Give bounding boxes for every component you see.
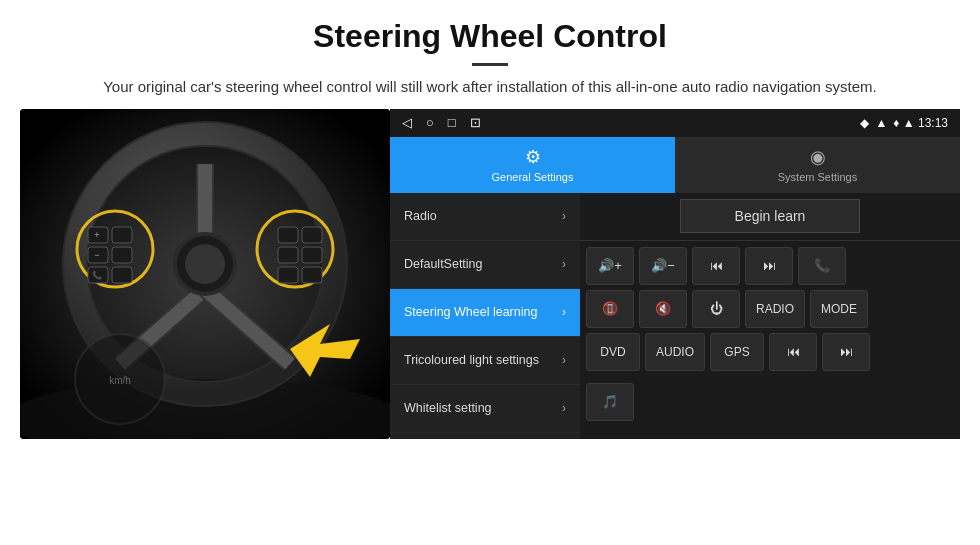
phone-end-button[interactable]: 📵: [586, 290, 634, 328]
screenshot-icon[interactable]: ⊡: [470, 115, 481, 130]
gear-icon: ⚙: [525, 146, 541, 168]
chevron-icon: ›: [562, 209, 566, 223]
mode-button[interactable]: MODE: [810, 290, 868, 328]
page-header: Steering Wheel Control Your original car…: [0, 0, 980, 109]
next-button-2[interactable]: ⏭: [822, 333, 870, 371]
svg-rect-29: [302, 267, 322, 283]
begin-learn-button[interactable]: Begin learn: [680, 199, 860, 233]
svg-rect-17: [112, 227, 132, 243]
svg-text:km/h: km/h: [109, 375, 131, 386]
svg-rect-19: [112, 267, 132, 283]
control-row-2: 📵 🔇 ⏻ RADIO MODE: [586, 290, 954, 328]
status-bar-right: ◆ ▲ ♦ ▲ 13:13: [860, 116, 948, 130]
power-button[interactable]: ⏻: [692, 290, 740, 328]
menu-item-tricoloured[interactable]: Tricoloured light settings ›: [390, 337, 580, 385]
prev-track-button[interactable]: ⏮: [692, 247, 740, 285]
main-content: Radio › DefaultSetting › Steering Wheel …: [390, 193, 960, 439]
radio-button[interactable]: RADIO: [745, 290, 805, 328]
prev-button-2[interactable]: ⏮: [769, 333, 817, 371]
svg-point-12: [185, 244, 225, 284]
svg-rect-26: [278, 267, 298, 283]
steering-wheel-image: + − 📞 km/h: [20, 109, 390, 439]
menu-item-steering[interactable]: Steering Wheel learning ›: [390, 289, 580, 337]
vol-down-button[interactable]: 🔊−: [639, 247, 687, 285]
tab-system[interactable]: ◉ System Settings: [675, 137, 960, 193]
tab-system-label: System Settings: [778, 171, 857, 183]
top-tabs: ⚙ General Settings ◉ System Settings: [390, 137, 960, 193]
menu-radio-label: Radio: [404, 209, 562, 223]
system-icon: ◉: [810, 146, 826, 168]
chevron-icon: ›: [562, 353, 566, 367]
svg-rect-24: [278, 227, 298, 243]
control-grid: 🔊+ 🔊− ⏮ ⏭ 📞 📵 🔇 ⏻ RADIO MODE DV: [580, 241, 960, 377]
status-bar: ◁ ○ □ ⊡ ◆ ▲ ♦ ▲ 13:13: [390, 109, 960, 137]
phone-answer-button[interactable]: 📞: [798, 247, 846, 285]
svg-text:+: +: [94, 230, 99, 240]
left-menu: Radio › DefaultSetting › Steering Wheel …: [390, 193, 580, 439]
mute-button[interactable]: 🔇: [639, 290, 687, 328]
title-divider: [472, 63, 508, 66]
menu-whitelist-label: Whitelist setting: [404, 401, 562, 415]
chevron-icon: ›: [562, 401, 566, 415]
control-row-1: 🔊+ 🔊− ⏮ ⏭ 📞: [586, 247, 954, 285]
media-button[interactable]: 🎵: [586, 383, 634, 421]
menu-steering-label: Steering Wheel learning: [404, 305, 562, 319]
chevron-icon: ›: [562, 257, 566, 271]
content-area: + − 📞 km/h ◁ ○: [0, 109, 980, 439]
gps-button[interactable]: GPS: [710, 333, 764, 371]
clock: ♦ ▲ 13:13: [893, 116, 948, 130]
svg-text:📞: 📞: [92, 270, 102, 280]
android-panel: ◁ ○ □ ⊡ ◆ ▲ ♦ ▲ 13:13 ⚙ General Settings…: [390, 109, 960, 439]
menu-item-default[interactable]: DefaultSetting ›: [390, 241, 580, 289]
page-subtitle: Your original car's steering wheel contr…: [60, 76, 920, 99]
svg-rect-18: [112, 247, 132, 263]
svg-rect-27: [302, 227, 322, 243]
menu-tricoloured-label: Tricoloured light settings: [404, 353, 562, 367]
svg-rect-25: [278, 247, 298, 263]
status-bar-left: ◁ ○ □ ⊡: [402, 115, 481, 130]
right-panel: Begin learn 🔊+ 🔊− ⏮ ⏭ 📞 📵 🔇 ⏻: [580, 193, 960, 439]
tab-general-label: General Settings: [492, 171, 574, 183]
menu-item-radio[interactable]: Radio ›: [390, 193, 580, 241]
svg-rect-28: [302, 247, 322, 263]
home-icon[interactable]: ○: [426, 115, 434, 130]
next-track-button[interactable]: ⏭: [745, 247, 793, 285]
page-title: Steering Wheel Control: [60, 18, 920, 55]
audio-button[interactable]: AUDIO: [645, 333, 705, 371]
recents-icon[interactable]: □: [448, 115, 456, 130]
menu-default-label: DefaultSetting: [404, 257, 562, 271]
menu-item-whitelist[interactable]: Whitelist setting ›: [390, 385, 580, 433]
begin-learn-row: Begin learn: [580, 193, 960, 241]
vol-up-button[interactable]: 🔊+: [586, 247, 634, 285]
chevron-icon: ›: [562, 305, 566, 319]
svg-text:−: −: [94, 250, 99, 260]
dvd-button[interactable]: DVD: [586, 333, 640, 371]
gps-icon: ◆: [860, 116, 869, 130]
back-icon[interactable]: ◁: [402, 115, 412, 130]
tab-general[interactable]: ⚙ General Settings: [390, 137, 675, 193]
control-row-4: 🎵: [580, 377, 960, 427]
control-row-3: DVD AUDIO GPS ⏮ ⏭: [586, 333, 954, 371]
wifi-icon: ▲: [875, 116, 887, 130]
